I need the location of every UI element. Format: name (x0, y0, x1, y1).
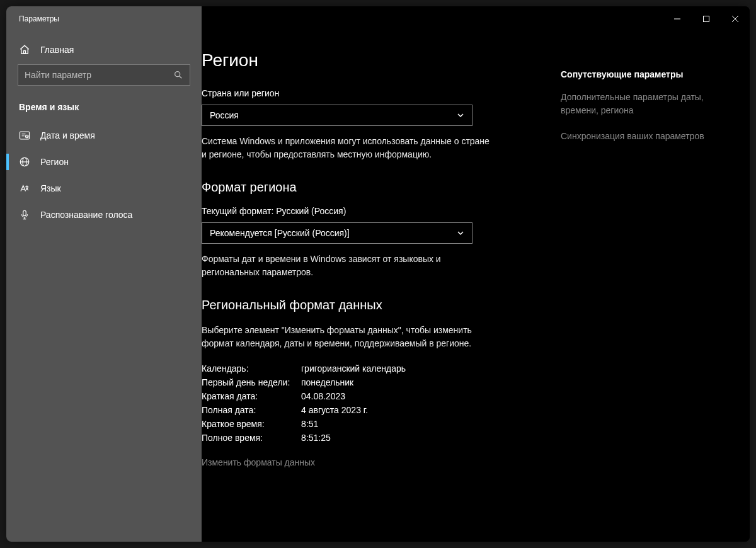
aside-title: Сопутствующие параметры (561, 69, 724, 79)
sidebar-item-region[interactable]: Регион (6, 149, 202, 175)
sidebar-item-language[interactable]: Язык (6, 175, 202, 202)
kv-key: Полная дата: (202, 405, 301, 415)
home-icon (19, 44, 30, 55)
sidebar-nav: Дата и время Регион Язык (6, 122, 202, 228)
country-dropdown[interactable]: Россия (202, 105, 472, 126)
search-icon (173, 70, 183, 80)
sidebar-item-label: Дата и время (40, 130, 95, 140)
titlebar: Параметры (6, 6, 750, 31)
home-label: Главная (40, 45, 74, 55)
microphone-icon (19, 209, 30, 220)
sidebar-item-label: Язык (40, 183, 61, 193)
kv-key: Календарь: (202, 363, 301, 374)
data-title: Региональный формат данных (202, 298, 554, 312)
country-label: Страна или регион (202, 88, 554, 98)
country-help: Система Windows и приложения могут испол… (202, 135, 491, 161)
kv-key: Краткая дата: (202, 391, 301, 401)
home-link[interactable]: Главная (6, 38, 202, 64)
aside-link-sync[interactable]: Синхронизация ваших параметров (561, 130, 724, 143)
svg-rect-4 (24, 51, 26, 54)
change-formats-link[interactable]: Изменить форматы данных (202, 457, 554, 467)
sidebar-item-label: Распознавание голоса (40, 210, 132, 220)
regional-data-table: Календарь: григорианский календарь Первы… (202, 362, 554, 445)
sidebar-category: Время и язык (6, 96, 202, 122)
page-title: Регион (202, 50, 554, 71)
minimize-icon (674, 16, 680, 22)
svg-line-12 (27, 137, 28, 137)
sidebar-item-speech[interactable]: Распознавание голоса (6, 202, 202, 228)
main-area: Регион Страна или регион Россия Система … (202, 31, 750, 542)
kv-val: григорианский календарь (301, 363, 406, 374)
search-container (6, 64, 202, 96)
close-button[interactable] (721, 6, 750, 31)
kv-val: 8:51 (301, 419, 318, 429)
country-dropdown-value: Россия (210, 110, 239, 120)
minimize-button[interactable] (663, 6, 692, 31)
svg-line-6 (180, 76, 182, 79)
search-input[interactable] (25, 70, 173, 80)
clock-text-icon (19, 130, 30, 141)
maximize-icon (703, 16, 709, 22)
kv-val: 4 августа 2023 г. (301, 405, 368, 415)
window-title: Параметры (6, 6, 202, 31)
sidebar: Главная Время и язык Дата и время (6, 31, 202, 542)
language-icon (19, 183, 30, 194)
data-help: Выберите элемент "Изменить форматы данны… (202, 324, 491, 350)
format-title: Формат региона (202, 180, 554, 195)
svg-point-5 (175, 72, 180, 77)
table-row: Полная дата: 4 августа 2023 г. (202, 403, 554, 417)
kv-key: Краткое время: (202, 419, 301, 429)
table-row: Полное время: 8:51:25 (202, 431, 554, 445)
sidebar-item-label: Регион (40, 157, 69, 167)
table-row: Календарь: григорианский календарь (202, 362, 554, 375)
kv-key: Полное время: (202, 433, 301, 443)
search-input-wrapper[interactable] (18, 64, 190, 86)
sidebar-item-datetime[interactable]: Дата и время (6, 122, 202, 149)
svg-rect-1 (704, 16, 709, 22)
maximize-button[interactable] (692, 6, 721, 31)
kv-val: 8:51:25 (301, 433, 331, 443)
format-help: Форматы дат и времени в Windows зависят … (202, 253, 491, 279)
aside-column: Сопутствующие параметры Дополнительные п… (554, 31, 743, 542)
aside-link-advanced[interactable]: Дополнительные параметры даты, времени, … (561, 91, 724, 117)
chevron-down-icon (457, 111, 464, 119)
kv-val: понедельник (301, 377, 353, 387)
format-dropdown[interactable]: Рекомендуется [Русский (Россия)] (202, 222, 472, 244)
table-row: Первый день недели: понедельник (202, 375, 554, 389)
window-body: Главная Время и язык Дата и время (6, 31, 750, 542)
table-row: Краткое время: 8:51 (202, 417, 554, 431)
format-dropdown-value: Рекомендуется [Русский (Россия)] (210, 228, 350, 238)
current-format-label: Текущий формат: Русский (Россия) (202, 206, 554, 216)
kv-key: Первый день недели: (202, 377, 301, 387)
content-column: Регион Страна или регион Россия Система … (202, 31, 554, 542)
table-row: Краткая дата: 04.08.2023 (202, 389, 554, 403)
globe-icon (19, 156, 30, 168)
chevron-down-icon (457, 229, 464, 237)
svg-rect-17 (23, 210, 26, 215)
kv-val: 04.08.2023 (301, 391, 345, 401)
close-icon (732, 16, 738, 22)
settings-window: Параметры Главная (6, 6, 750, 542)
